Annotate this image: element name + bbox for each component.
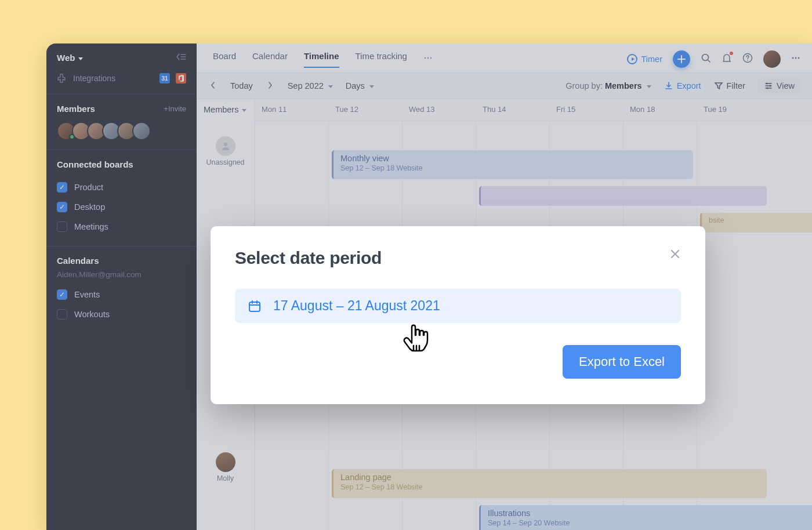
date-range-picker[interactable]: 17 August – 21 August 2021 [235,289,681,323]
export-modal: Select date period 17 August – 21 August… [211,226,705,404]
close-icon[interactable] [669,248,681,262]
date-range-text: 17 August – 21 August 2021 [273,298,440,314]
calendar-icon [248,299,262,313]
app-window: Web Integrations 31 Members +I [46,43,812,530]
export-to-excel-button[interactable]: Export to Excel [563,345,681,379]
cursor-pointer-icon [401,324,430,358]
svg-rect-13 [249,302,260,311]
modal-title: Select date period [235,248,382,268]
